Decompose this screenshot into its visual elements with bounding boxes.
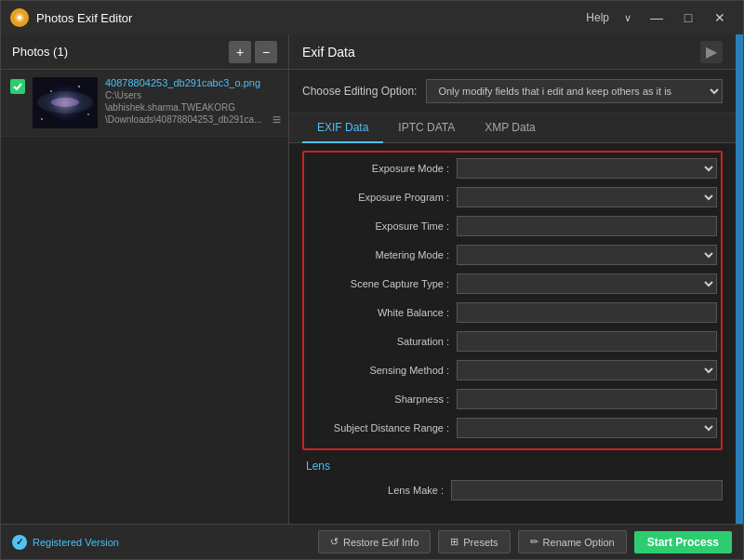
tabs-bar: EXIF Data IPTC DATA XMP Data — [289, 113, 736, 143]
exposure-section: Exposure Mode : Exposure Program : Expos… — [302, 151, 723, 450]
nav-forward-button[interactable]: ▶ — [700, 41, 723, 63]
form-area: Exposure Mode : Exposure Program : Expos… — [289, 143, 736, 524]
rename-option-button[interactable]: ✏ Rename Option — [518, 530, 627, 553]
exif-panel-title: Exif Data — [302, 45, 355, 60]
editing-option-row: Choose Editing Option: Only modify field… — [289, 70, 736, 113]
restore-exif-button[interactable]: ↺ Restore Exif Info — [318, 530, 431, 553]
presets-icon: ⊞ — [450, 536, 458, 548]
svg-point-3 — [51, 98, 79, 107]
form-row-scene-capture: Scene Capture Type : — [308, 272, 717, 296]
metering-mode-label: Metering Mode : — [308, 249, 457, 260]
sharpness-label: Sharpness : — [308, 393, 457, 405]
main-content: Photos (1) + − — [1, 34, 743, 524]
svg-point-6 — [87, 113, 89, 115]
rename-icon: ✏ — [530, 536, 538, 548]
minimize-button[interactable]: — — [643, 7, 671, 28]
lens-make-label: Lens Make : — [302, 485, 451, 496]
photo-menu-icon[interactable]: ≡ — [272, 112, 281, 128]
app-icon — [10, 8, 29, 27]
white-balance-label: White Balance : — [308, 307, 457, 318]
exposure-program-label: Exposure Program : — [308, 192, 457, 203]
form-row-subject-distance: Subject Distance Range : — [308, 416, 717, 440]
form-row-exposure-mode: Exposure Mode : — [308, 156, 717, 180]
lens-section-title: Lens — [302, 460, 723, 473]
subject-distance-select[interactable] — [457, 418, 717, 438]
status-registered: ✓ Registered Version — [12, 535, 119, 550]
window-controls: Help ∨ — □ ✕ — [586, 7, 734, 28]
restore-label: Restore Exif Info — [343, 537, 418, 548]
sensing-method-select[interactable] — [457, 360, 717, 380]
form-row-sharpness: Sharpness : — [308, 387, 717, 411]
help-menu[interactable]: Help — [586, 11, 609, 24]
add-photo-button[interactable]: + — [229, 41, 251, 63]
app-window: Photos Exif Editor Help ∨ — □ ✕ Photos (… — [0, 0, 744, 560]
exposure-mode-select[interactable] — [457, 158, 717, 179]
left-panel: Photos (1) + − — [1, 34, 289, 524]
registered-icon: ✓ — [12, 535, 27, 550]
tab-xmp-data[interactable]: XMP Data — [470, 113, 550, 143]
form-row-metering-mode: Metering Mode : — [308, 243, 717, 267]
saturation-input[interactable] — [457, 331, 717, 352]
presets-button[interactable]: ⊞ Presets — [438, 530, 510, 553]
maximize-button[interactable]: □ — [674, 7, 702, 28]
svg-point-5 — [78, 86, 80, 87]
tab-exif-data[interactable]: EXIF Data — [302, 113, 383, 143]
photo-path-2: \abhishek.sharma.TWEAKORG — [105, 102, 279, 113]
rename-label: Rename Option — [543, 537, 615, 548]
photo-info: 40878804253_db291cabc3_o.png C:\Users \a… — [105, 77, 279, 125]
metering-mode-select[interactable] — [457, 245, 717, 265]
form-row-white-balance: White Balance : — [308, 300, 717, 325]
svg-point-7 — [41, 118, 43, 120]
exposure-mode-label: Exposure Mode : — [308, 163, 457, 174]
photos-panel-actions: + − — [229, 41, 277, 63]
restore-icon: ↺ — [330, 536, 339, 548]
exposure-time-input[interactable] — [457, 216, 717, 236]
exif-panel-header: Exif Data ▶ — [289, 34, 736, 70]
photo-thumbnail — [33, 77, 98, 128]
form-row-saturation: Saturation : — [308, 329, 717, 353]
scene-capture-select[interactable] — [457, 273, 717, 294]
white-balance-input[interactable] — [457, 302, 717, 323]
photo-checkbox[interactable] — [10, 79, 25, 94]
photo-path-1: C:\Users — [105, 90, 279, 100]
photo-filename: 40878804253_db291cabc3_o.png — [105, 77, 279, 88]
form-row-sensing-method: Sensing Method : — [308, 358, 717, 382]
sensing-method-label: Sensing Method : — [308, 365, 457, 376]
scene-capture-label: Scene Capture Type : — [308, 278, 457, 289]
photos-panel-title: Photos (1) — [12, 45, 68, 59]
app-title: Photos Exif Editor — [36, 11, 586, 25]
sharpness-input[interactable] — [457, 389, 717, 409]
status-bar: ✓ Registered Version ↺ Restore Exif Info… — [1, 524, 743, 559]
exposure-program-select[interactable] — [457, 187, 717, 207]
registered-label: Registered Version — [33, 537, 119, 548]
editing-option-label: Choose Editing Option: — [302, 85, 417, 98]
right-panel: Exif Data ▶ Choose Editing Option: Only … — [289, 34, 736, 524]
lens-make-input[interactable] — [451, 480, 723, 500]
status-actions: ↺ Restore Exif Info ⊞ Presets ✏ Rename O… — [318, 530, 732, 553]
right-strip — [736, 34, 743, 524]
svg-point-2 — [37, 91, 93, 113]
title-bar: Photos Exif Editor Help ∨ — □ ✕ — [1, 1, 743, 34]
editing-option-select[interactable]: Only modify fields that i edit and keep … — [426, 79, 723, 103]
tab-iptc-data[interactable]: IPTC DATA — [383, 113, 470, 143]
close-button[interactable]: ✕ — [706, 7, 734, 28]
form-row-exposure-time: Exposure Time : — [308, 214, 717, 238]
exposure-time-label: Exposure Time : — [308, 220, 457, 232]
photo-list-item[interactable]: 40878804253_db291cabc3_o.png C:\Users \a… — [1, 70, 288, 137]
svg-point-4 — [50, 90, 52, 92]
saturation-label: Saturation : — [308, 336, 457, 347]
start-process-button[interactable]: Start Process — [634, 531, 732, 553]
remove-photo-button[interactable]: − — [255, 41, 277, 63]
photos-panel-header: Photos (1) + − — [1, 34, 288, 70]
photo-path-3: \Downloads\40878804253_db291ca... — [105, 114, 279, 125]
presets-label: Presets — [463, 537, 498, 548]
form-row-lens-make: Lens Make : — [302, 478, 723, 502]
form-row-exposure-program: Exposure Program : — [308, 185, 717, 209]
subject-distance-label: Subject Distance Range : — [308, 422, 457, 433]
